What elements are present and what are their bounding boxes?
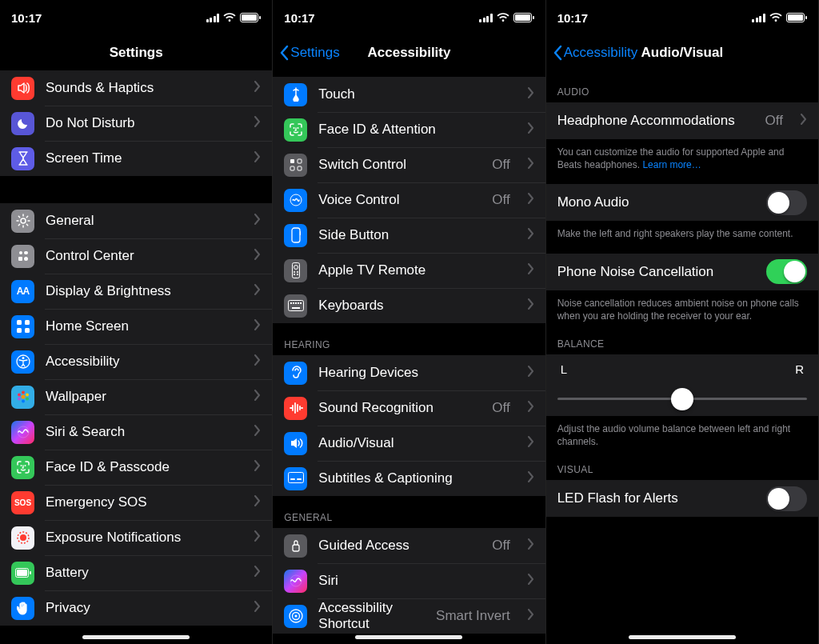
settings-row-voice-control[interactable]: Voice ControlOff	[273, 182, 545, 218]
settings-row-touch[interactable]: Touch	[273, 77, 545, 112]
svg-point-22	[20, 465, 22, 466]
settings-row-exposure-notifications[interactable]: Exposure Notifications	[0, 520, 272, 555]
chevron-right-icon	[528, 435, 534, 451]
row-label: Siri	[318, 573, 509, 589]
chevron-right-icon	[254, 115, 261, 131]
chevron-right-icon	[528, 608, 534, 624]
status-bar: 10:17	[546, 0, 818, 35]
settings-row-guided-access[interactable]: Guided AccessOff	[273, 528, 545, 563]
learn-more-link[interactable]: Learn more…	[642, 159, 701, 170]
settings-row-screen-time[interactable]: Screen Time	[0, 141, 272, 176]
wifi-icon	[223, 13, 236, 22]
page-title: Settings	[110, 45, 163, 61]
status-icons	[206, 13, 262, 22]
settings-row-wallpaper[interactable]: Wallpaper	[0, 379, 272, 414]
settings-row-general[interactable]: General	[0, 203, 272, 238]
settings-row-battery[interactable]: Battery	[0, 555, 272, 590]
status-icons	[479, 13, 534, 22]
back-button[interactable]: Accessibility	[553, 45, 638, 61]
settings-row-apple-tv-remote[interactable]: Apple TV Remote	[273, 253, 545, 288]
settings-row-accessibility[interactable]: Accessibility	[0, 344, 272, 379]
svg-rect-53	[293, 302, 294, 304]
settings-row-siri-search[interactable]: Siri & Search	[0, 414, 272, 450]
settings-row-subtitles-captioning[interactable]: Subtitles & Captioning	[273, 461, 545, 496]
settings-row-display-brightness[interactable]: AADisplay & Brightness	[0, 274, 272, 309]
svg-rect-28	[30, 571, 31, 574]
settings-row-do-not-disturb[interactable]: Do Not Disturb	[0, 106, 272, 141]
svg-rect-67	[788, 14, 803, 21]
led-flash-row[interactable]: LED Flash for Alerts	[546, 480, 818, 517]
mono-footer: Make the left and right speakers play th…	[546, 221, 818, 245]
voice-icon	[284, 189, 307, 212]
row-label: LED Flash for Alerts	[557, 490, 755, 506]
settings-row-accessibility-shortcut[interactable]: Accessibility ShortcutSmart Invert	[273, 598, 545, 634]
row-label: Exposure Notifications	[46, 530, 237, 546]
balance-control: L R	[546, 354, 818, 416]
chevron-right-icon	[254, 80, 261, 96]
chevron-left-icon	[553, 45, 562, 61]
noise-cancellation-row[interactable]: Phone Noise Cancellation	[546, 254, 818, 290]
settings-row-home-screen[interactable]: Home Screen	[0, 309, 272, 344]
audio-visual-screen: 10:17 Accessibility Audio/Visual AUDIO H…	[546, 0, 819, 644]
status-time: 10:17	[11, 11, 42, 25]
svg-rect-5	[24, 251, 28, 254]
row-label: Switch Control	[318, 157, 481, 173]
row-label: Privacy	[46, 600, 237, 616]
balance-slider[interactable]	[557, 387, 807, 411]
audio-visual-list[interactable]: AUDIO Headphone Accommodations Off You c…	[546, 70, 818, 644]
svg-point-17	[26, 398, 29, 401]
svg-rect-56	[300, 302, 302, 304]
chevron-right-icon	[528, 227, 534, 243]
shortcut-icon	[284, 605, 307, 628]
mono-audio-row[interactable]: Mono Audio	[546, 184, 818, 221]
sounds-icon	[11, 77, 34, 100]
chevron-right-icon	[801, 113, 807, 129]
mono-audio-toggle[interactable]	[766, 190, 807, 215]
settings-row-side-button[interactable]: Side Button	[273, 218, 545, 253]
settings-row-keyboards[interactable]: Keyboards	[273, 288, 545, 323]
settings-list[interactable]: Sounds & HapticsDo Not DisturbScreen Tim…	[0, 70, 272, 644]
chevron-right-icon	[528, 400, 534, 416]
headphone-accommodations-row[interactable]: Headphone Accommodations Off	[546, 102, 818, 139]
settings-row-face-id-attention[interactable]: Face ID & Attention	[273, 112, 545, 147]
sidebtn-icon	[284, 224, 307, 247]
settings-row-switch-control[interactable]: Switch ControlOff	[273, 147, 545, 182]
settings-row-face-id-passcode[interactable]: Face ID & Passcode	[0, 450, 272, 485]
battery-icon	[513, 13, 534, 22]
settings-row-hearing-devices[interactable]: Hearing Devices	[273, 355, 545, 390]
back-button[interactable]: Settings	[279, 45, 339, 61]
remote-icon	[284, 259, 307, 282]
chevron-right-icon	[254, 150, 261, 166]
settings-row-emergency-sos[interactable]: SOSEmergency SOS	[0, 485, 272, 520]
noise-cancellation-toggle[interactable]	[766, 259, 807, 284]
settings-row-siri[interactable]: Siri	[273, 563, 545, 598]
chevron-right-icon	[254, 318, 261, 334]
row-label: Headphone Accommodations	[557, 113, 754, 129]
settings-row-privacy[interactable]: Privacy	[0, 590, 272, 626]
balance-right-label: R	[795, 362, 804, 376]
balance-slider-thumb[interactable]	[671, 388, 693, 410]
status-icons	[752, 13, 807, 22]
accessibility-list[interactable]: TouchFace ID & AttentionSwitch ControlOf…	[273, 70, 545, 644]
home-indicator[interactable]	[629, 635, 736, 639]
subtitle-icon	[284, 467, 307, 490]
chevron-left-icon	[279, 45, 289, 61]
settings-row-sound-recognition[interactable]: Sound RecognitionOff	[273, 390, 545, 426]
svg-rect-68	[805, 16, 807, 19]
led-flash-toggle[interactable]	[766, 486, 807, 511]
row-label: Sounds & Haptics	[46, 80, 237, 96]
row-label: Keyboards	[318, 298, 509, 314]
settings-row-audio-visual[interactable]: Audio/Visual	[273, 426, 545, 461]
settings-row-control-center[interactable]: Control Center	[0, 238, 272, 274]
svg-rect-54	[295, 302, 297, 304]
svg-rect-59	[290, 478, 295, 480]
wifi-icon	[497, 13, 509, 22]
svg-point-16	[26, 394, 29, 397]
settings-row-sounds-haptics[interactable]: Sounds & Haptics	[0, 70, 272, 106]
chevron-right-icon	[254, 530, 261, 546]
svg-rect-9	[25, 320, 30, 325]
svg-point-20	[18, 394, 21, 397]
home-indicator[interactable]	[82, 635, 190, 639]
home-indicator[interactable]	[355, 635, 462, 639]
svg-rect-10	[17, 328, 22, 333]
